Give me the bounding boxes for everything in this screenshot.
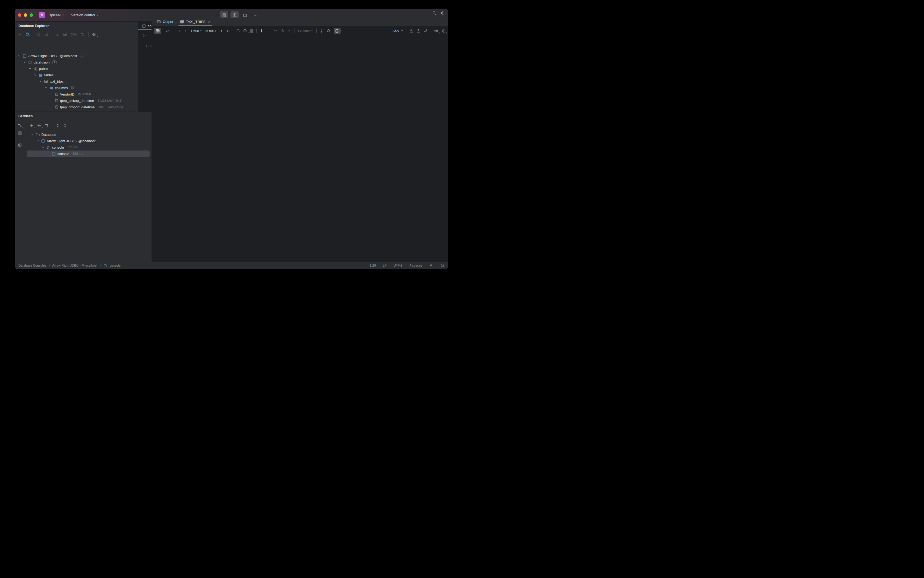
run-query-button[interactable]	[142, 33, 146, 37]
tree-item-columns[interactable]: columns19	[15, 84, 138, 91]
encoding-indicator[interactable]: UTF-8	[394, 264, 402, 267]
view-mode-button[interactable]	[37, 123, 41, 128]
export-format-select[interactable]: CSV	[392, 29, 403, 33]
breadcrumb-console[interactable]: console	[110, 264, 121, 267]
caret-position[interactable]: 1:26	[370, 264, 376, 267]
chevron-expanded-icon[interactable]	[36, 140, 39, 142]
datasource-settings-button[interactable]	[25, 32, 29, 37]
chevron-expanded-icon[interactable]	[33, 74, 37, 76]
tree-item-arrow-flight-jdbc-localhost[interactable]: Arrow Flight JDBC - @localhost1	[15, 53, 138, 59]
last-page-button[interactable]	[226, 29, 230, 33]
chevron-down-icon	[62, 14, 64, 16]
expand-all-button[interactable]	[56, 123, 60, 128]
execution-time: 126 ms	[73, 152, 83, 156]
toolbar-divider	[52, 32, 52, 37]
tab-taxi-trips[interactable]: TAXI_TRIPS	[180, 18, 211, 26]
tab-output[interactable]: Output	[157, 18, 173, 26]
settings-button[interactable]	[440, 11, 444, 15]
tree-item-tpep-pickup-datetime[interactable]: tpep_pickup_datetimeTIMESTAMP(26,6)	[15, 97, 138, 104]
add-row-button[interactable]	[259, 29, 264, 33]
stop-refresh-button[interactable]	[250, 29, 253, 33]
services-item-console[interactable]: console126 ms	[27, 151, 150, 157]
open-each-in-new-tab-button[interactable]	[45, 123, 49, 128]
line-separator-indicator[interactable]: LF	[383, 264, 386, 267]
filter-panel-button[interactable]	[334, 28, 340, 34]
unlocked-icon[interactable]	[429, 264, 433, 268]
export-format-label: CSV	[392, 29, 399, 33]
view-options-button[interactable]	[92, 32, 96, 37]
results-tab-bar: Output TAXI_TRIPS	[151, 18, 448, 26]
compare-data-button[interactable]	[423, 29, 428, 33]
open-table-button[interactable]	[63, 32, 67, 36]
reload-page-button[interactable]	[236, 29, 240, 33]
services-item-database[interactable]: Database	[27, 131, 150, 138]
services-item-console[interactable]: console126 ms	[27, 144, 150, 151]
jump-to-editor-button[interactable]	[81, 32, 85, 37]
chevron-expanded-icon[interactable]	[23, 61, 26, 63]
stop-strip-button[interactable]	[18, 131, 22, 135]
rollback-button[interactable]	[280, 29, 284, 33]
page-size-select[interactable]: 1-500	[190, 29, 203, 33]
delete-row-button[interactable]	[266, 29, 271, 33]
layout-strip-button[interactable]	[18, 143, 22, 147]
find-in-grid-button[interactable]	[326, 29, 331, 33]
breadcrumb: Database Consoles › Arrow Flight JDBC - …	[18, 264, 121, 268]
indent-indicator[interactable]: 4 spaces	[409, 264, 422, 267]
close-tab-icon[interactable]	[208, 20, 211, 23]
database-explorer-toolbar: DDL	[15, 29, 138, 39]
services-item-label: console	[52, 145, 64, 149]
tree-item-public[interactable]: public	[15, 65, 138, 72]
zoom-window-button[interactable]	[29, 13, 33, 17]
pager-total: of 501+	[205, 29, 217, 33]
chevron-expanded-icon[interactable]	[17, 55, 21, 57]
generate-ddl-button[interactable]: DDL	[70, 33, 77, 36]
jump-to-console-button[interactable]	[55, 32, 60, 36]
toolbar-divider	[294, 29, 295, 33]
tree-item-vendorid[interactable]: VendorIDINTEGER	[15, 91, 138, 97]
first-page-button[interactable]	[177, 29, 181, 33]
next-page-button[interactable]	[219, 29, 223, 33]
tree-item-tables[interactable]: tables1	[15, 72, 138, 78]
add-datasource-button[interactable]	[18, 32, 22, 36]
version-control-menu[interactable]: Version control	[70, 12, 100, 18]
tx-strip-button[interactable]: Tx	[18, 124, 21, 128]
minimize-window-button[interactable]	[24, 13, 27, 17]
refresh-button[interactable]	[37, 32, 41, 36]
view-options-button[interactable]	[434, 29, 438, 33]
toolbar-divider	[406, 29, 406, 33]
add-service-button[interactable]	[29, 123, 34, 128]
folder-icon	[39, 73, 43, 77]
pin-tab-button[interactable]	[319, 29, 324, 33]
import-data-button[interactable]	[417, 29, 421, 33]
collapse-all-button[interactable]	[63, 123, 67, 128]
notifications-bell-icon[interactable]	[440, 263, 444, 268]
revert-changes-button[interactable]	[273, 29, 277, 33]
search-everywhere-button[interactable]	[432, 11, 436, 15]
grid-settings-button[interactable]	[441, 29, 446, 33]
submit-button[interactable]	[287, 29, 291, 33]
table-icon	[180, 20, 184, 24]
services-item-arrow-flight-jdbc-localhost[interactable]: Arrow Flight JDBC - @localhost	[27, 138, 150, 144]
tx-mode-select[interactable]: Tx: Auto	[297, 29, 313, 33]
disconnect-button[interactable]	[44, 32, 48, 36]
breadcrumb-database-consoles[interactable]: Database Consoles	[18, 264, 46, 267]
chevron-expanded-icon[interactable]	[28, 68, 32, 70]
export-data-button[interactable]	[409, 29, 413, 33]
close-window-button[interactable]	[18, 13, 21, 17]
previous-page-button[interactable]	[184, 29, 188, 33]
chevron-down-icon	[400, 29, 403, 32]
chevron-expanded-icon[interactable]	[31, 133, 34, 136]
auto-refresh-button[interactable]	[243, 29, 247, 33]
chevron-expanded-icon[interactable]	[39, 80, 42, 83]
chevron-expanded-icon[interactable]	[44, 87, 48, 89]
chevron-expanded-icon[interactable]	[41, 146, 45, 149]
tree-item-tpep-dropoff-datetime[interactable]: tpep_dropoff_datetimeTIMESTAMP(26,6)	[15, 104, 138, 110]
filter-panel-icon	[335, 29, 339, 33]
tree-item-taxi-trips[interactable]: taxi_trips	[15, 78, 138, 84]
breadcrumb-datasource[interactable]: Arrow Flight JDBC - @localhost	[52, 264, 97, 267]
tree-item-datafusion[interactable]: datafusion1	[15, 59, 138, 65]
project-menu[interactable]: spiceai	[48, 12, 66, 18]
grid-view-button[interactable]	[154, 28, 161, 34]
chart-view-button[interactable]	[164, 28, 171, 34]
tree-item-label: tpep_pickup_datetime	[60, 99, 94, 103]
